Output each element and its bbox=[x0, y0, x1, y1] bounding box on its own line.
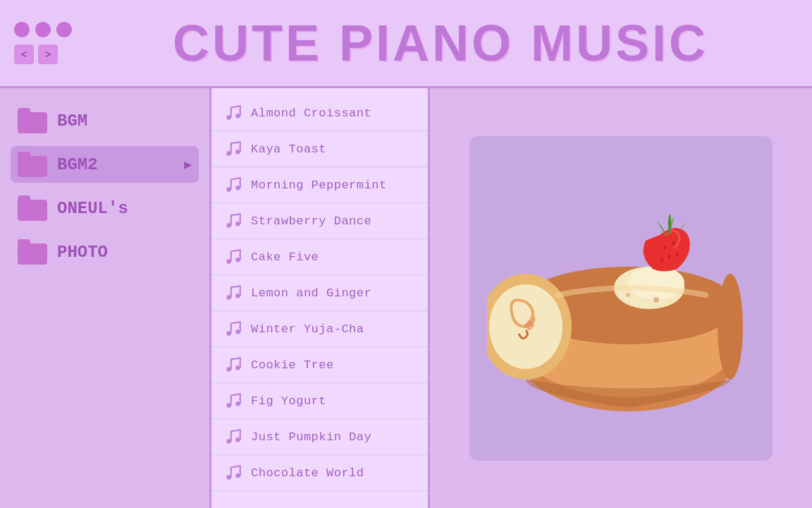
window-controls: < > bbox=[14, 22, 72, 64]
song-item-4[interactable]: Strawberry Dance bbox=[211, 203, 428, 239]
song-name-10: Just Pumpkin Day bbox=[251, 430, 371, 444]
music-note-icon-1 bbox=[224, 104, 242, 122]
sidebar-item-oneuls[interactable]: ONEUL's bbox=[11, 190, 199, 226]
title-bar: < > CUTE PIANO MUSIC bbox=[0, 0, 812, 88]
music-note-icon-6 bbox=[224, 284, 242, 302]
svg-point-12 bbox=[226, 331, 231, 336]
song-item-7[interactable]: Winter Yuja-Cha bbox=[211, 311, 428, 347]
art-display bbox=[430, 88, 812, 508]
song-item-9[interactable]: Fig Yogurt bbox=[211, 383, 428, 419]
music-note-icon-7 bbox=[224, 320, 242, 338]
song-item-10[interactable]: Just Pumpkin Day bbox=[211, 419, 428, 455]
nav-back-button[interactable]: < bbox=[14, 44, 34, 64]
folder-label-oneuls: ONEUL's bbox=[57, 199, 128, 218]
svg-point-8 bbox=[226, 259, 231, 264]
music-note-icon-4 bbox=[224, 212, 242, 230]
cake-illustration bbox=[487, 164, 755, 433]
song-item-1[interactable]: Almond Croissant bbox=[211, 95, 428, 131]
svg-point-30 bbox=[628, 266, 684, 300]
app-title: CUTE PIANO MUSIC bbox=[83, 14, 798, 72]
sidebar-item-photo[interactable]: PHOTO bbox=[11, 234, 199, 270]
svg-point-3 bbox=[235, 150, 240, 155]
music-note-icon-3 bbox=[224, 176, 242, 194]
nav-forward-button[interactable]: > bbox=[38, 44, 58, 64]
svg-point-9 bbox=[235, 258, 240, 262]
svg-point-11 bbox=[235, 294, 240, 298]
svg-point-14 bbox=[226, 367, 231, 372]
song-item-11[interactable]: Chocolate World bbox=[211, 455, 428, 491]
music-note-icon-2 bbox=[224, 140, 242, 158]
folder-icon-oneuls bbox=[18, 195, 47, 221]
sidebar-item-bgm2[interactable]: BGM2 ▶ bbox=[11, 146, 199, 183]
svg-point-28 bbox=[718, 274, 743, 380]
folder-arrow-bgm2: ▶ bbox=[184, 157, 192, 172]
svg-point-39 bbox=[689, 303, 694, 308]
song-name-5: Cake Five bbox=[251, 250, 319, 264]
svg-point-7 bbox=[235, 222, 240, 226]
svg-point-21 bbox=[235, 473, 240, 478]
nav-buttons: < > bbox=[14, 44, 72, 64]
svg-point-0 bbox=[226, 115, 231, 120]
svg-point-13 bbox=[235, 329, 240, 334]
svg-point-5 bbox=[235, 186, 240, 190]
main-content: BGM BGM2 ▶ ONEUL's PHOTO Almond Croissan… bbox=[0, 88, 812, 508]
song-item-3[interactable]: Morning Peppermint bbox=[211, 167, 428, 203]
song-item-8[interactable]: Cookie Tree bbox=[211, 347, 428, 383]
playlist: Almond Croissant Kaya Toast Morning Pepp… bbox=[211, 88, 430, 508]
svg-point-20 bbox=[226, 475, 231, 480]
music-note-icon-5 bbox=[224, 248, 242, 266]
svg-point-2 bbox=[226, 151, 231, 156]
art-frame bbox=[469, 136, 773, 461]
svg-point-37 bbox=[626, 293, 630, 297]
svg-point-1 bbox=[235, 114, 240, 119]
folder-label-bgm: BGM bbox=[57, 111, 87, 131]
song-item-2[interactable]: Kaya Toast bbox=[211, 131, 428, 167]
song-name-2: Kaya Toast bbox=[251, 143, 326, 156]
dot-1 bbox=[14, 22, 30, 37]
svg-point-38 bbox=[653, 297, 659, 303]
music-note-icon-8 bbox=[224, 356, 242, 374]
song-name-8: Cookie Tree bbox=[251, 358, 334, 372]
song-item-5[interactable]: Cake Five bbox=[211, 239, 428, 275]
folder-icon-bgm2 bbox=[18, 152, 47, 177]
sidebar-item-bgm[interactable]: BGM bbox=[11, 102, 199, 139]
svg-point-10 bbox=[226, 295, 231, 300]
svg-point-36 bbox=[597, 299, 603, 305]
dot-2 bbox=[35, 22, 51, 37]
window-dots bbox=[14, 22, 72, 37]
svg-point-6 bbox=[226, 223, 231, 228]
music-note-icon-10 bbox=[224, 428, 242, 446]
song-name-11: Chocolate World bbox=[251, 466, 364, 480]
svg-point-4 bbox=[226, 187, 231, 192]
svg-point-17 bbox=[235, 401, 240, 406]
dot-3 bbox=[56, 22, 72, 37]
sidebar: BGM BGM2 ▶ ONEUL's PHOTO bbox=[0, 88, 211, 508]
folder-icon-bgm bbox=[18, 108, 47, 133]
svg-point-16 bbox=[226, 403, 231, 408]
folder-icon-photo bbox=[18, 239, 47, 265]
music-note-icon-11 bbox=[224, 464, 242, 482]
music-note-icon-9 bbox=[224, 392, 242, 410]
svg-point-15 bbox=[235, 365, 240, 370]
song-name-1: Almond Croissant bbox=[251, 107, 371, 120]
song-name-3: Morning Peppermint bbox=[251, 179, 387, 192]
song-item-6[interactable]: Lemon and Ginger bbox=[211, 275, 428, 311]
svg-point-18 bbox=[226, 439, 231, 444]
song-name-9: Fig Yogurt bbox=[251, 394, 326, 408]
song-name-4: Strawberry Dance bbox=[251, 214, 371, 228]
folder-label-photo: PHOTO bbox=[57, 243, 108, 262]
song-name-7: Winter Yuja-Cha bbox=[251, 322, 364, 336]
song-name-6: Lemon and Ginger bbox=[251, 286, 371, 300]
folder-label-bgm2: BGM2 bbox=[57, 155, 98, 174]
svg-point-19 bbox=[235, 437, 240, 442]
